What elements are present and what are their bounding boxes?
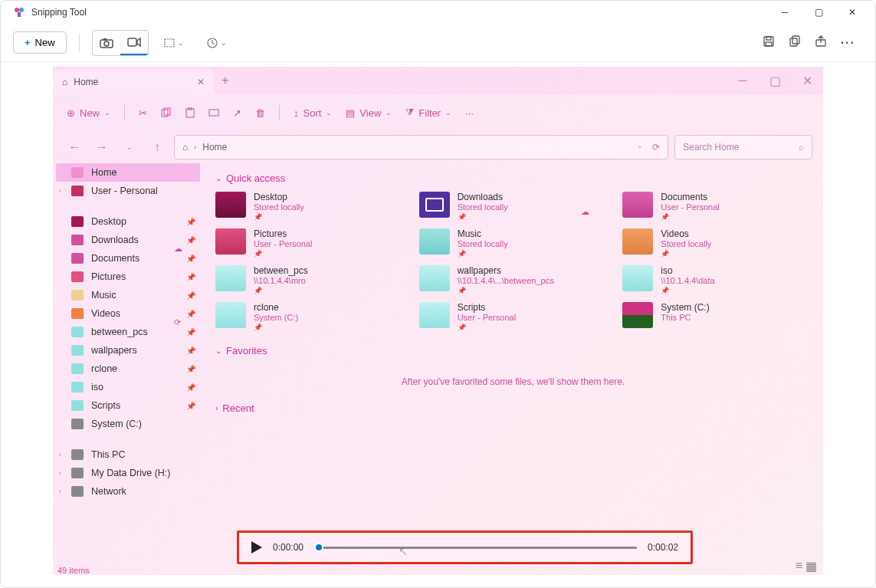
quick-access-music[interactable]: MusicStored locally📌 [419,228,608,258]
explorer-new-button[interactable]: ⊕New⌄ [67,107,110,119]
quick-access-iso[interactable]: iso\\10.1.4.4\data📌 [622,265,811,294]
tiles-view-icon[interactable]: ▦ [805,559,817,573]
item-location: User - Personal [254,239,312,248]
video-scrubber[interactable] [314,547,637,549]
item-location: Stored locally [254,202,304,212]
sidebar-item-home[interactable]: Home [56,163,200,182]
search-icon: ⌕ [799,142,804,153]
folder-icon [71,449,84,460]
item-location: Stored locally [458,202,508,212]
funnel-icon: ⧩ [405,107,414,119]
chevron-down-icon[interactable]: ⌄ [637,142,643,153]
scrubber-thumb[interactable] [314,543,323,552]
up-button[interactable]: ↑ [146,140,168,154]
folder-icon [71,290,84,301]
label: Desktop [91,216,126,227]
filter-button[interactable]: ⧩Filter⌄ [405,107,451,119]
quick-access-header[interactable]: ⌄Quick access [215,172,811,184]
pin-icon: 📌 [186,218,195,226]
sidebar-item-desktop[interactable]: Desktop📌 [53,212,203,231]
explorer-tab-home[interactable]: ⌂ Home ✕ [53,70,214,94]
sidebar-item-rclone[interactable]: rclone📌 [53,360,203,378]
label: Scripts [91,400,120,411]
sort-button[interactable]: ↕Sort⌄ [294,107,332,119]
save-button[interactable] [763,35,775,51]
favorites-header[interactable]: ⌄Favorites [215,345,811,356]
sidebar-item-this-pc[interactable]: ›This PC [53,445,203,464]
shape-dropdown[interactable]: ⌄ [156,38,192,48]
sidebar-item-scripts[interactable]: Scripts📌 [53,396,203,415]
explorer-maximize-button[interactable]: ▢ [759,69,791,92]
delete-button[interactable]: 🗑 [255,107,265,119]
delay-dropdown[interactable]: ⌄ [199,38,235,48]
quick-access-desktop[interactable]: DesktopStored locally📌 [215,192,404,221]
label: wallpapers [91,345,137,356]
quick-access-between-pcs[interactable]: between_pcs\\10.1.4.4\mro📌 [215,265,404,294]
item-name: Scripts [458,302,516,313]
more-button[interactable]: ··· [841,36,855,50]
quick-access-scripts[interactable]: ScriptsUser - Personal📌 [419,302,608,331]
back-button[interactable]: ← [64,140,85,154]
dropdown-history[interactable]: ⌄ [119,143,140,151]
explorer-close-button[interactable]: ✕ [791,69,823,92]
minimize-button[interactable]: ─ [768,1,802,24]
clock-icon [207,38,218,48]
sidebar-item-network[interactable]: ›Network [53,482,203,501]
close-button[interactable]: ✕ [835,1,869,24]
label: This PC [91,449,125,460]
sidebar-item-iso[interactable]: iso📌 [53,378,203,396]
recent-header[interactable]: ›Recent [215,402,811,414]
sidebar-item-pictures[interactable]: Pictures📌 [53,268,203,286]
sidebar-item-my-data-drive-h-[interactable]: ›My Data Drive (H:) [53,464,203,482]
view-button[interactable]: ▤View⌄ [346,107,392,119]
new-tab-button[interactable]: + [214,74,237,87]
play-button[interactable] [251,541,262,554]
window-title: Snipping Tool [31,7,768,18]
forward-button[interactable]: → [91,140,113,154]
explorer-toolbar: ⊕New⌄ ✂ ↗ 🗑 ↕Sort⌄ ▤View⌄ ⧩Filter⌄ ··· [53,94,823,131]
share-button[interactable]: ↗ [233,107,241,119]
cloud-icon [71,186,84,196]
quick-access-system-c-[interactable]: System (C:)This PC [622,302,811,331]
quick-access-documents[interactable]: ☁DocumentsUser - Personal📌 [622,192,811,221]
sidebar-item-wallpapers[interactable]: wallpapers📌 [53,341,203,360]
recording-preview: ⌂ Home ✕ + ─ ▢ ✕ ⊕New⌄ ✂ ↗ 🗑 ↕Sort⌄ ▤Vie… [53,67,823,575]
quick-access-downloads[interactable]: DownloadsStored locally📌 [419,192,608,221]
details-view-icon[interactable]: ≡ [796,559,802,573]
rename-button[interactable] [208,108,219,117]
address-bar[interactable]: ⌂ › Home ⌄⟳ [174,135,668,159]
explorer-minimize-button[interactable]: ─ [727,69,759,92]
search-input[interactable]: Search Home ⌕ [674,135,812,159]
pin-icon: 📌 [186,255,195,263]
view-toggle[interactable]: ≡▦ [796,559,817,573]
copy-button[interactable] [789,35,801,51]
new-button[interactable]: + New [13,31,67,54]
quick-access-rclone[interactable]: ⟳rcloneSystem (C:)📌 [215,302,404,331]
sort-icon: ↕ [294,107,299,119]
sidebar-item-user-personal[interactable]: ›User - Personal [53,182,203,200]
pin-icon: 📌 [458,324,516,331]
sidebar-item-music[interactable]: Music📌 [53,286,203,304]
maximize-button[interactable]: ▢ [802,1,835,24]
close-tab-button[interactable]: ✕ [197,77,205,87]
quick-access-videos[interactable]: VideosStored locally📌 [622,228,811,258]
camera-mode-button[interactable] [93,31,120,55]
copy-button[interactable] [161,107,172,118]
sidebar-item-system-c-[interactable]: System (C:) [53,415,203,433]
cut-button[interactable]: ✂ [139,107,147,119]
share-icon: ↗ [233,107,241,119]
pin-icon: 📌 [254,287,308,294]
pin-icon: 📌 [661,287,714,294]
refresh-button[interactable]: ⟳ [652,142,660,153]
paste-button[interactable] [185,107,195,118]
svg-rect-19 [209,110,218,116]
folder-icon [622,265,653,291]
more-button[interactable]: ··· [465,107,474,119]
item-name: Music [458,228,508,239]
video-mode-button[interactable] [120,31,148,55]
share-button[interactable] [815,35,827,51]
pin-icon: 📌 [254,250,312,258]
pin-icon: 📌 [661,250,711,258]
quick-access-wallpapers[interactable]: wallpapers\\10.1.4.4\...\between_pcs📌 [419,265,608,294]
quick-access-pictures[interactable]: ☁PicturesUser - Personal📌 [215,228,404,258]
